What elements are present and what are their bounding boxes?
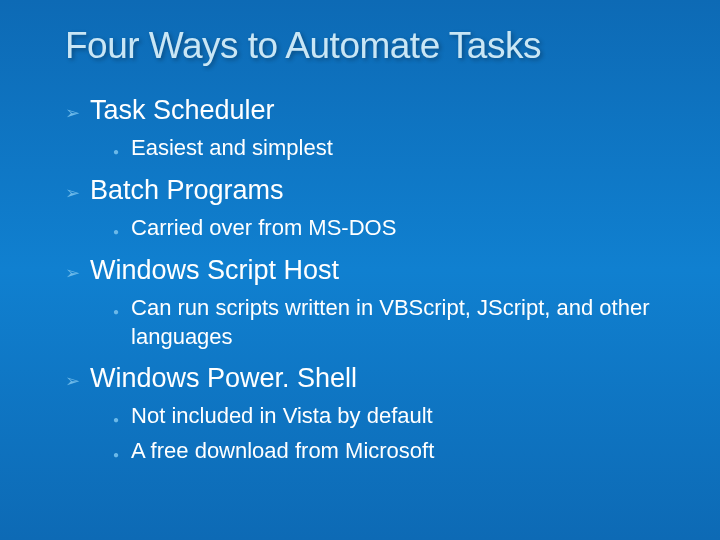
sub-item: ● Carried over from MS-DOS bbox=[113, 214, 665, 243]
sub-list: ● Easiest and simplest bbox=[113, 134, 665, 163]
main-label: Windows Script Host bbox=[90, 255, 339, 286]
dot-icon: ● bbox=[113, 221, 119, 243]
sub-item: ● A free download from Microsoft bbox=[113, 437, 665, 466]
dot-icon: ● bbox=[113, 141, 119, 163]
sub-item: ● Not included in Vista by default bbox=[113, 402, 665, 431]
dot-icon: ● bbox=[113, 444, 119, 466]
sub-list: ● Not included in Vista by default ● A f… bbox=[113, 402, 665, 466]
sub-list: ● Carried over from MS-DOS bbox=[113, 214, 665, 243]
list-item: ➢ Batch Programs ● Carried over from MS-… bbox=[65, 175, 665, 243]
arrow-icon: ➢ bbox=[65, 102, 80, 124]
list-item: ➢ Windows Script Host ● Can run scripts … bbox=[65, 255, 665, 351]
slide-title: Four Ways to Automate Tasks bbox=[65, 25, 665, 67]
main-label: Batch Programs bbox=[90, 175, 284, 206]
sub-label: Not included in Vista by default bbox=[131, 402, 433, 431]
main-item-row: ➢ Windows Power. Shell bbox=[65, 363, 665, 394]
slide: Four Ways to Automate Tasks ➢ Task Sched… bbox=[0, 0, 720, 508]
sub-item: ● Easiest and simplest bbox=[113, 134, 665, 163]
dot-icon: ● bbox=[113, 409, 119, 431]
arrow-icon: ➢ bbox=[65, 182, 80, 204]
main-label: Windows Power. Shell bbox=[90, 363, 357, 394]
sub-item: ● Can run scripts written in VBScript, J… bbox=[113, 294, 665, 351]
main-item-row: ➢ Task Scheduler bbox=[65, 95, 665, 126]
dot-icon: ● bbox=[113, 301, 119, 323]
sub-label: Carried over from MS-DOS bbox=[131, 214, 396, 243]
list-item: ➢ Task Scheduler ● Easiest and simplest bbox=[65, 95, 665, 163]
arrow-icon: ➢ bbox=[65, 262, 80, 284]
main-item-row: ➢ Batch Programs bbox=[65, 175, 665, 206]
main-label: Task Scheduler bbox=[90, 95, 275, 126]
arrow-icon: ➢ bbox=[65, 370, 80, 392]
sub-label: Easiest and simplest bbox=[131, 134, 333, 163]
sub-label: A free download from Microsoft bbox=[131, 437, 434, 466]
sub-list: ● Can run scripts written in VBScript, J… bbox=[113, 294, 665, 351]
sub-label: Can run scripts written in VBScript, JSc… bbox=[131, 294, 665, 351]
main-item-row: ➢ Windows Script Host bbox=[65, 255, 665, 286]
main-list: ➢ Task Scheduler ● Easiest and simplest … bbox=[65, 95, 665, 466]
list-item: ➢ Windows Power. Shell ● Not included in… bbox=[65, 363, 665, 466]
